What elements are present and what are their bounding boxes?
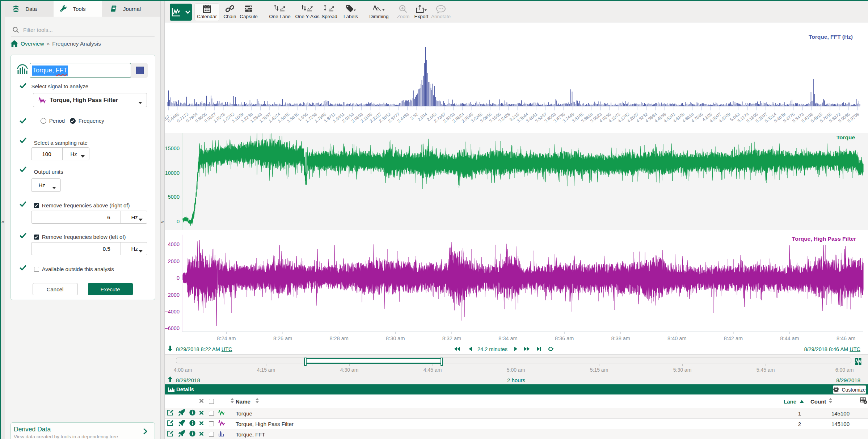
svg-text:4000: 4000 — [168, 241, 180, 247]
svg-text:8:28 am: 8:28 am — [329, 335, 348, 341]
svg-text:0: 0 — [177, 275, 180, 281]
svg-text:8:34 am: 8:34 am — [498, 335, 517, 341]
svg-text:8:32 am: 8:32 am — [442, 335, 461, 341]
svg-text:Torque, High Pass Filter: Torque, High Pass Filter — [792, 236, 856, 242]
svg-text:10000: 10000 — [165, 170, 180, 176]
svg-text:2000: 2000 — [168, 258, 180, 264]
svg-text:−4000: −4000 — [165, 309, 180, 315]
svg-text:8:36 am: 8:36 am — [555, 335, 574, 341]
svg-text:8:46 am: 8:46 am — [837, 335, 855, 341]
svg-text:8:42 am: 8:42 am — [724, 335, 743, 341]
svg-text:Torque: Torque — [837, 134, 855, 140]
svg-text:8:26 am: 8:26 am — [273, 335, 292, 341]
svg-text:2.594: 2.594 — [417, 111, 429, 122]
svg-text:Torque, FFT (Hz): Torque, FFT (Hz) — [809, 34, 853, 40]
svg-text:8:38 am: 8:38 am — [611, 335, 630, 341]
svg-text:−2000: −2000 — [165, 292, 180, 298]
svg-text:8:24 am: 8:24 am — [217, 335, 236, 341]
svg-text:15000: 15000 — [165, 145, 180, 151]
svg-text:8:44 am: 8:44 am — [780, 335, 799, 341]
svg-text:−6000: −6000 — [165, 325, 180, 331]
svg-text:5000: 5000 — [168, 194, 180, 200]
svg-text:8:30 am: 8:30 am — [386, 335, 405, 341]
svg-text:0: 0 — [177, 219, 180, 224]
svg-text:8:40 am: 8:40 am — [667, 335, 686, 341]
